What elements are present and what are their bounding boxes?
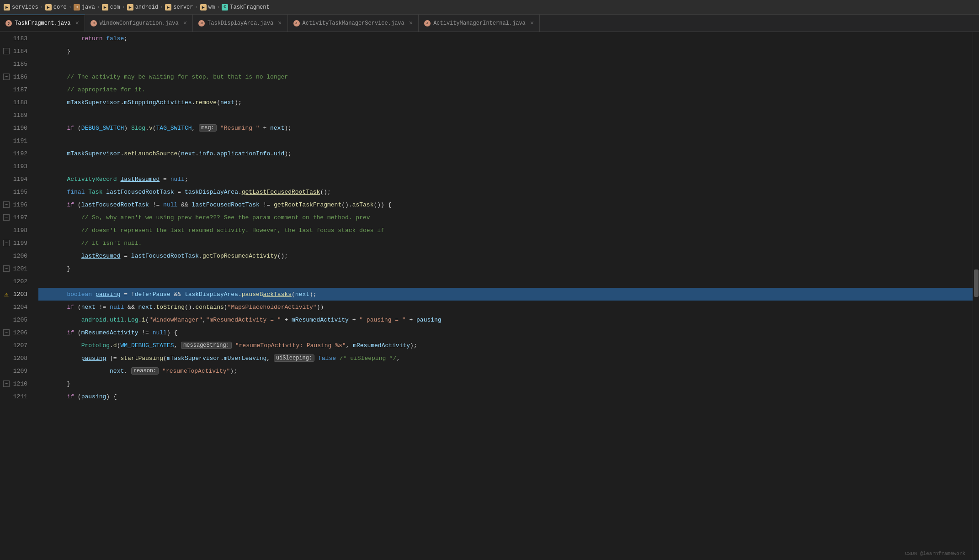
code-line-1197: // So, why aren't we using prev here??? … — [38, 211, 973, 224]
bp-1199: − — [0, 240, 13, 246]
tab-activitytaskmanagerservice[interactable]: J ActivityTaskManagerService.java × — [288, 15, 419, 32]
code-line-1203: boolean pausing = !deferPause && taskDis… — [38, 288, 973, 301]
ln-1200: 1200 — [13, 253, 31, 259]
ln-1206: 1206 — [13, 329, 31, 336]
code-line-1185 — [38, 58, 973, 70]
tab-taskdisplayarea[interactable]: J TaskDisplayArea.java × — [193, 15, 287, 32]
breadcrumb-sep-3: › — [97, 4, 100, 11]
fold-1196[interactable]: − — [3, 201, 10, 208]
code-line-1199: // it isn't null. — [38, 237, 973, 249]
ln-1198: 1198 — [13, 227, 31, 234]
gutter-1188: 1188 — [0, 96, 31, 109]
ln-1205: 1205 — [13, 317, 31, 323]
code-line-1192: mTaskSupervisor.setLaunchSource(next.inf… — [38, 147, 973, 160]
tab-close-1[interactable]: × — [183, 20, 187, 27]
tab-icon-0: J — [5, 20, 12, 26]
breadcrumb-item-taskfragment[interactable]: © TaskFragment — [222, 4, 269, 11]
ln-1188: 1188 — [13, 99, 31, 106]
ln-1209: 1209 — [13, 368, 31, 375]
line-gutter: 1183 − 1184 1185 − 1186 1187 1 — [0, 32, 31, 560]
breadcrumb-item-java[interactable]: J java — [74, 4, 95, 11]
fold-1206[interactable]: − — [3, 329, 10, 336]
gutter-1192: 1192 — [0, 147, 31, 160]
breadcrumb-sep-2: › — [69, 4, 72, 11]
tab-close-3[interactable]: × — [409, 20, 413, 27]
code-line-1198: // doesn't represent the last resumed ac… — [38, 224, 973, 237]
editor: 1183 − 1184 1185 − 1186 1187 1 — [0, 32, 979, 560]
fold-1197[interactable]: − — [3, 214, 10, 221]
gutter-1205: 1205 — [0, 313, 31, 326]
gutter-1183: 1183 — [0, 32, 31, 45]
bp-1203: ⚠ — [0, 290, 13, 299]
gutter-1186: − 1186 — [0, 70, 31, 83]
gutter-1200: 1200 — [0, 249, 31, 262]
ln-1194: 1194 — [13, 176, 31, 183]
breadcrumb-item-services[interactable]: ▶ services — [4, 4, 38, 11]
ln-1183: 1183 — [13, 35, 31, 42]
tab-close-4[interactable]: × — [530, 20, 534, 27]
breadcrumb-item-core[interactable]: ▶ core — [45, 4, 67, 11]
folder-icon: ▶ — [4, 4, 10, 11]
java-icon: J — [74, 4, 80, 11]
scrollbar[interactable] — [973, 32, 979, 560]
fold-1199[interactable]: − — [3, 240, 10, 246]
breadcrumb-sep-4: › — [122, 4, 125, 11]
code-line-1193 — [38, 160, 973, 173]
gutter-1210: − 1210 — [0, 377, 31, 390]
code-line-1201: } — [38, 262, 973, 275]
code-line-1191 — [38, 134, 973, 147]
tab-taskfragment[interactable]: J TaskFragment.java × — [0, 15, 85, 32]
bp-1184: − — [0, 48, 13, 54]
gutter-1194: 1194 — [0, 173, 31, 185]
gutter-1202: 1202 — [0, 275, 31, 288]
tab-icon-1: J — [90, 20, 97, 26]
bp-1197: − — [0, 214, 13, 221]
code-line-1202 — [38, 275, 973, 288]
tab-windowconfiguration[interactable]: J WindowConfiguration.java × — [85, 15, 193, 32]
folder-icon: ▶ — [165, 4, 171, 11]
tab-close-2[interactable]: × — [278, 20, 282, 27]
bp-1210: − — [0, 380, 13, 387]
code-line-1188: mTaskSupervisor.mStoppingActivities.remo… — [38, 96, 973, 109]
code-content: return false; } // The activity may be w… — [31, 32, 973, 560]
bp-1196: − — [0, 201, 13, 208]
gutter-1189: 1189 — [0, 109, 31, 122]
code-line-1190: if (DEBUG_SWITCH) Slog.v(TAG_SWITCH, msg… — [38, 122, 973, 134]
gutter-1201: − 1201 — [0, 262, 31, 275]
breadcrumb-item-com[interactable]: ▶ com — [102, 4, 120, 11]
gutter-1196: − 1196 — [0, 198, 31, 211]
ln-1208: 1208 — [13, 355, 31, 362]
gutter-1193: 1193 — [0, 160, 31, 173]
scrollbar-thumb[interactable] — [974, 269, 979, 297]
gutter-1184: − 1184 — [0, 45, 31, 58]
gutter-1195: 1195 — [0, 185, 31, 198]
code-line-1210: } — [38, 377, 973, 390]
ln-1189: 1189 — [13, 112, 31, 119]
gutter-1203: ⚠ 1203 — [0, 288, 31, 301]
tab-activitymanagerinternal[interactable]: J ActivityManagerInternal.java × — [419, 15, 540, 32]
fold-1201[interactable]: − — [3, 265, 10, 272]
breadcrumb-sep-5: › — [160, 4, 163, 11]
fold-1186[interactable]: − — [3, 74, 10, 80]
code-line-1211: if (pausing) { — [38, 390, 973, 403]
ln-1203: 1203 — [13, 291, 31, 298]
folder-icon: ▶ — [127, 4, 133, 11]
breadcrumb-item-server[interactable]: ▶ server — [165, 4, 193, 11]
gutter-1190: 1190 — [0, 122, 31, 134]
code-line-1195: final Task lastFocusedRootTask = taskDis… — [38, 185, 973, 198]
gutter-1199: − 1199 — [0, 237, 31, 249]
breadcrumb-item-android[interactable]: ▶ android — [127, 4, 158, 11]
tab-icon-4: J — [424, 20, 431, 26]
fold-1184[interactable]: − — [3, 48, 10, 54]
bp-1186: − — [0, 74, 13, 80]
breadcrumb-sep-7: › — [217, 4, 220, 11]
folder-icon: ▶ — [45, 4, 52, 11]
bp-1206: − — [0, 329, 13, 336]
ln-1199: 1199 — [13, 240, 31, 247]
breadcrumb-item-wm[interactable]: ▶ wm — [200, 4, 215, 11]
fold-1210[interactable]: − — [3, 380, 10, 387]
ln-1191: 1191 — [13, 137, 31, 144]
tab-close-0[interactable]: × — [75, 20, 79, 27]
tab-icon-3: J — [293, 20, 300, 26]
bp-1201: − — [0, 265, 13, 272]
